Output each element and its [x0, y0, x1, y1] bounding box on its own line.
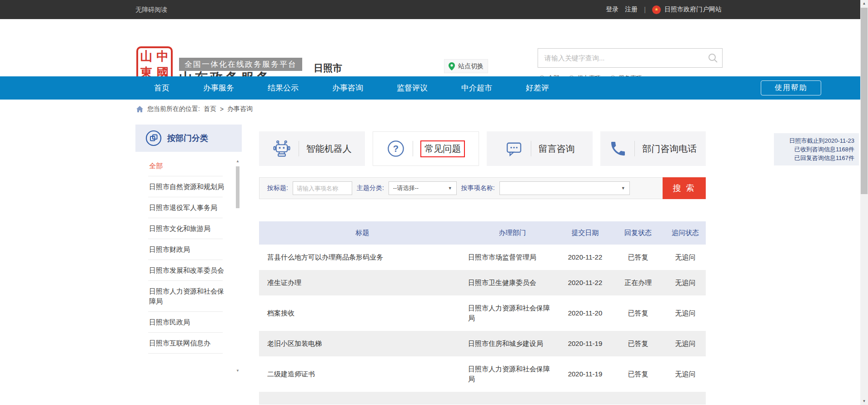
sidebar-title: 按部门分类: [167, 133, 208, 144]
sidebar-item-label: 全部: [149, 162, 163, 170]
sidebar-scroll-down-icon[interactable]: ▼: [234, 369, 241, 374]
site-switch-label: 站点切换: [458, 62, 484, 70]
stats-line: 已收到咨询信息1168件: [778, 145, 854, 154]
search-icon[interactable]: [708, 53, 718, 64]
sidebar-header: 按部门分类: [135, 125, 242, 152]
breadcrumb-home[interactable]: 首页: [204, 105, 216, 113]
city-name: 日照市: [314, 62, 342, 75]
item-filter-label: 按事项名称:: [461, 184, 495, 192]
table-row[interactable]: 老旧小区加装电梯 日照市住房和城乡建设局 2020-11-19 已答复 无追问: [259, 331, 706, 356]
phone-icon: [609, 140, 627, 158]
table-body: 莒县什么地方可以办理商品条形码业务 日照市市场监督管理局 2020-11-22 …: [259, 245, 706, 392]
national-emblem-icon: ★: [652, 5, 661, 14]
row-title[interactable]: 二级建造师证书: [259, 369, 466, 379]
question-icon: ?: [386, 139, 405, 158]
table-row[interactable]: 准生证办理 日照市卫生健康委员会 2020-11-22 正在办理 无追问: [259, 270, 706, 295]
table-row-partial: [259, 392, 706, 405]
scrollbar-down-icon[interactable]: ▼: [860, 398, 868, 405]
login-link[interactable]: 登录: [606, 5, 619, 14]
consult-stats-box: 日照市截止到2020-11-23 已收到咨询信息1168件 已回复咨询信息116…: [774, 133, 859, 165]
row-department: 日照市市场监督管理局: [466, 252, 559, 262]
nav-menu: 首页办事服务结果公示办事咨询监督评议中介超市好差评: [137, 76, 566, 100]
row-reply-status: 已答复: [611, 369, 665, 379]
sidebar-item[interactable]: 日照市文化和旅游局: [135, 218, 242, 239]
breadcrumb-current: 办事咨询: [227, 105, 253, 113]
page-scrollbar-thumb[interactable]: [861, 8, 868, 194]
category-select-value: --请选择--: [393, 184, 419, 192]
tab-label: 留言咨询: [539, 143, 575, 155]
col-header-department: 办理部门: [466, 229, 559, 237]
sidebar-item-label: 日照市财政局: [149, 245, 190, 253]
sidebar-item[interactable]: 日照市人力资源和社会保障局: [135, 281, 242, 312]
row-follow-status: 无追问: [665, 252, 706, 262]
row-follow-status: 无追问: [665, 369, 706, 379]
nav-item[interactable]: 办事服务: [186, 76, 251, 100]
nav-item[interactable]: 首页: [137, 76, 186, 100]
keyword-search-input[interactable]: [538, 49, 722, 67]
main-nav: 首页办事服务结果公示办事咨询监督评议中介超市好差评 使用帮助: [0, 76, 860, 100]
tab-divider: [634, 141, 635, 156]
robot-icon: [272, 139, 291, 158]
sidebar-item[interactable]: 全部: [135, 155, 242, 176]
tab-divider: [299, 141, 299, 156]
row-title[interactable]: 准生证办理: [259, 278, 466, 288]
sidebar-item-label: 日照市发展和改革委员会: [149, 266, 224, 274]
row-submit-date: 2020-11-22: [559, 252, 611, 262]
tab-divider: [413, 141, 413, 156]
sidebar-item[interactable]: 日照市民政局: [135, 312, 242, 333]
col-header-date: 提交日期: [559, 229, 611, 237]
row-reply-status: 已答复: [611, 308, 665, 318]
row-reply-status: 正在办理: [611, 278, 665, 288]
search-button[interactable]: 搜 索: [663, 177, 706, 199]
location-pin-icon: [449, 62, 455, 70]
tab-phone-consult[interactable]: 部门咨询电话: [600, 131, 706, 166]
row-title[interactable]: 老旧小区加装电梯: [259, 339, 466, 349]
row-submit-date: 2020-11-22: [559, 278, 611, 288]
col-header-title: 标题: [259, 229, 466, 237]
row-submit-date: 2020-11-19: [559, 339, 611, 349]
col-header-follow-status: 追问状态: [665, 229, 706, 237]
table-row[interactable]: 档案接收 日照市人力资源和社会保障局 2020-11-20 已答复 无追问: [259, 295, 706, 331]
nav-item[interactable]: 中介超市: [444, 76, 509, 100]
site-switch-button[interactable]: 站点切换: [444, 59, 488, 73]
stats-line: 已回复咨询信息1167件: [778, 154, 854, 162]
title-filter-label: 按标题:: [267, 184, 288, 192]
nav-item[interactable]: 监督评议: [380, 76, 444, 100]
sidebar-scrollbar-thumb[interactable]: [236, 166, 239, 208]
nav-item[interactable]: 办事咨询: [315, 76, 380, 100]
sidebar-item-label: 日照市文化和旅游局: [149, 225, 210, 232]
item-name-select[interactable]: ▼: [499, 181, 630, 195]
row-follow-status: 无追问: [665, 339, 706, 349]
home-icon: [136, 105, 144, 113]
category-select[interactable]: --请选择-- ▼: [389, 181, 457, 195]
sidebar-scrollbar: ▲ ▼: [234, 159, 241, 401]
row-title[interactable]: 档案接收: [259, 308, 466, 318]
accessibility-link[interactable]: 无障碍阅读: [135, 0, 167, 19]
tab-smart-robot[interactable]: 智能机器人: [259, 131, 365, 166]
sidebar-item[interactable]: 日照市财政局: [135, 239, 242, 260]
row-department: 日照市人力资源和社会保障局: [466, 364, 559, 384]
table-row[interactable]: 莒县什么地方可以办理商品条形码业务 日照市市场监督管理局 2020-11-22 …: [259, 245, 706, 270]
city-portal-link[interactable]: ★ 日照市政府门户网站: [652, 5, 722, 14]
sidebar-item[interactable]: 日照市互联网信息办: [135, 333, 242, 354]
table-row[interactable]: 二级建造师证书 日照市人力资源和社会保障局 2020-11-19 已答复 无追问: [259, 356, 706, 392]
department-sidebar: 按部门分类 全部 日照市自然资源和规划局 日照市退役军人事务局 日照市文化和旅游…: [135, 125, 242, 405]
sidebar-scroll-up-icon[interactable]: ▲: [234, 159, 241, 165]
sidebar-item[interactable]: 日照市发展和改革委员会: [135, 260, 242, 281]
tab-label-highlighted: 常见问题: [420, 140, 465, 157]
help-button[interactable]: 使用帮助: [761, 80, 821, 95]
tab-message-consult[interactable]: 留言咨询: [487, 131, 593, 166]
nav-item[interactable]: 好差评: [509, 76, 566, 100]
top-utility-bar: 无障碍阅读 登录 注册 | ★ 日照市政府门户网站: [0, 0, 860, 19]
nav-item[interactable]: 结果公示: [251, 76, 315, 100]
title-filter-input[interactable]: [293, 181, 352, 195]
sidebar-item-label: 日照市民政局: [149, 318, 190, 326]
register-link[interactable]: 注册: [625, 5, 638, 14]
category-filter-label: 主题分类:: [357, 184, 384, 192]
tab-faq[interactable]: ? 常见问题: [373, 131, 479, 166]
sidebar-item[interactable]: 日照市退役军人事务局: [135, 197, 242, 218]
scrollbar-up-icon[interactable]: ▲: [860, 0, 868, 7]
row-title[interactable]: 莒县什么地方可以办理商品条形码业务: [259, 252, 466, 262]
stats-line: 日照市截止到2020-11-23: [778, 136, 854, 145]
sidebar-item[interactable]: 日照市自然资源和规划局: [135, 176, 242, 197]
